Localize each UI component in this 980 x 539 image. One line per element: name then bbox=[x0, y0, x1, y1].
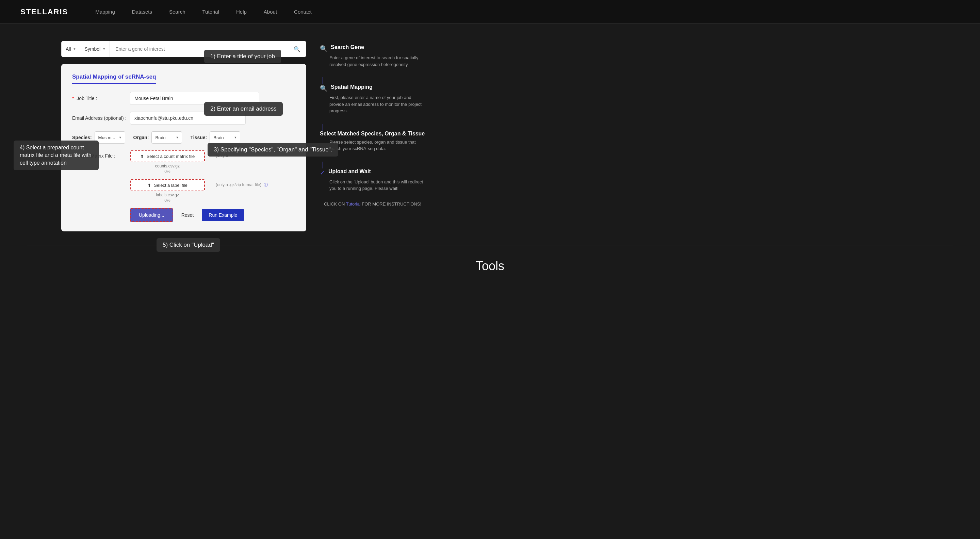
count-matrix-progress: 0% bbox=[130, 169, 205, 174]
sidebar-upload-wait-header: ✓ Upload and Wait bbox=[320, 169, 425, 176]
label-file-content: ⬆ Select a label file labels.csv.gz 0% (… bbox=[130, 179, 295, 203]
select-matched-title: Select Matched Species, Organ & Tissue bbox=[320, 131, 425, 137]
sidebar-item-spatial-mapping: 🔍 Spatial Mapping First, please enter a … bbox=[320, 84, 425, 114]
tutorial-cta: CLICK ON Tutorial FOR MORE INSTRUCTIONS! bbox=[320, 202, 425, 207]
symbol-dropdown-chevron: ▼ bbox=[102, 47, 105, 51]
organ-select-wrapper: Brain bbox=[151, 131, 182, 144]
spatial-mapping-icon: 🔍 bbox=[320, 85, 327, 92]
tutorial-link[interactable]: Tutorial bbox=[346, 202, 361, 207]
email-label: Email Address (optional) : bbox=[72, 115, 130, 121]
upload-icon: ⬆ bbox=[140, 154, 144, 159]
organ-label: Organ: bbox=[134, 135, 149, 140]
nav-contact[interactable]: Contact bbox=[294, 9, 312, 14]
sidebar-select-matched-header: Select Matched Species, Organ & Tissue bbox=[320, 131, 425, 137]
header: STELLARIS Mapping Datasets Search Tutori… bbox=[0, 0, 980, 24]
main-content: All ▼ Symbol ▼ 🔍 1) Enter a title of you… bbox=[0, 24, 980, 245]
sidebar-spatial-mapping-header: 🔍 Spatial Mapping bbox=[320, 84, 425, 92]
nav-datasets[interactable]: Datasets bbox=[132, 9, 152, 14]
species-select[interactable]: Mus m... bbox=[95, 131, 125, 144]
species-group: Species: Mus m... bbox=[72, 131, 125, 144]
label-file-upload-btn[interactable]: ⬆ Select a label file bbox=[130, 179, 205, 191]
count-matrix-upload-btn[interactable]: ⬆ Select a count matrix file bbox=[130, 150, 205, 162]
symbol-dropdown[interactable]: Symbol ▼ bbox=[80, 41, 110, 57]
job-title-row: * Job Title : bbox=[72, 92, 295, 105]
upload-wait-desc: Click on the 'Upload' button and this wi… bbox=[320, 179, 425, 192]
sidebar-item-search-gene: 🔍 Search Gene Enter a gene of interest t… bbox=[320, 44, 425, 68]
spatial-mapping-desc: First, please enter a name of your job a… bbox=[320, 94, 425, 114]
label-file-label bbox=[72, 179, 130, 182]
left-panel: All ▼ Symbol ▼ 🔍 1) Enter a title of you… bbox=[61, 41, 306, 231]
nav: Mapping Datasets Search Tutorial Help Ab… bbox=[95, 9, 312, 14]
form-card: 1) Enter a title of your job Spatial Map… bbox=[61, 64, 306, 231]
search-gene-desc: Enter a gene of interest to search for s… bbox=[320, 54, 425, 68]
search-gene-title: Search Gene bbox=[331, 44, 364, 50]
tools-title: Tools bbox=[27, 259, 953, 273]
upload-icon-2: ⬆ bbox=[147, 183, 151, 188]
nav-about[interactable]: About bbox=[264, 9, 277, 14]
select-matched-desc: Please select species, organ and tissue … bbox=[320, 139, 425, 152]
count-matrix-note: (only a bbox=[210, 150, 228, 158]
sidebar-item-upload-wait: ✓ Upload and Wait Click on the 'Upload' … bbox=[320, 169, 425, 192]
species-row: Species: Mus m... Organ: Brain bbox=[72, 131, 295, 144]
count-matrix-label: * Count Matrix File : bbox=[72, 150, 130, 159]
email-row: Email Address (optional) : bbox=[72, 111, 295, 124]
all-dropdown-chevron: ▼ bbox=[73, 47, 76, 51]
search-button[interactable]: 🔍 bbox=[288, 41, 306, 57]
search-icon: 🔍 bbox=[294, 46, 301, 52]
run-example-button[interactable]: Run Example bbox=[202, 209, 244, 221]
tissue-select-wrapper: Brain bbox=[210, 131, 240, 144]
label-filename: labels.csv.gz bbox=[130, 192, 205, 197]
count-matrix-row: * Count Matrix File : ⬆ Select a count m… bbox=[72, 150, 295, 174]
search-bar: All ▼ Symbol ▼ 🔍 bbox=[61, 41, 306, 57]
right-panel: 🔍 Search Gene Enter a gene of interest t… bbox=[320, 41, 425, 231]
logo: STELLARIS bbox=[21, 8, 68, 16]
species-select-wrapper: Mus m... bbox=[95, 131, 125, 144]
nav-help[interactable]: Help bbox=[236, 9, 247, 14]
nav-search[interactable]: Search bbox=[169, 9, 185, 14]
tissue-select[interactable]: Brain bbox=[210, 131, 240, 144]
required-star: * bbox=[72, 95, 74, 101]
tissue-group: Tissue: Brain bbox=[190, 131, 240, 144]
count-matrix-content: ⬆ Select a count matrix file counts.csv.… bbox=[130, 150, 295, 174]
sidebar-search-gene-header: 🔍 Search Gene bbox=[320, 44, 425, 52]
nav-tutorial[interactable]: Tutorial bbox=[202, 9, 219, 14]
count-matrix-filename: counts.csv.gz bbox=[130, 164, 205, 169]
tools-section: Tools bbox=[27, 245, 953, 280]
job-title-input[interactable] bbox=[130, 92, 259, 105]
nav-mapping[interactable]: Mapping bbox=[95, 9, 115, 14]
all-dropdown[interactable]: All ▼ bbox=[62, 41, 80, 57]
action-row: Uploading... Reset Run Example bbox=[72, 208, 295, 222]
organ-select[interactable]: Brain bbox=[151, 131, 182, 144]
upload-wait-title: Upload and Wait bbox=[328, 169, 371, 175]
form-title: Spatial Mapping of scRNA-seq bbox=[72, 73, 156, 84]
email-input[interactable] bbox=[130, 111, 246, 124]
sidebar-item-select-matched: Select Matched Species, Organ & Tissue P… bbox=[320, 131, 425, 152]
check-icon: ✓ bbox=[320, 169, 325, 176]
job-title-label: * Job Title : bbox=[72, 95, 130, 101]
spatial-mapping-title: Spatial Mapping bbox=[331, 84, 372, 90]
label-file-note: (only a .gz/zip format file) ⓘ bbox=[210, 179, 268, 188]
reset-button[interactable]: Reset bbox=[179, 210, 197, 221]
organ-group: Organ: Brain bbox=[134, 131, 182, 144]
tissue-label: Tissue: bbox=[190, 135, 207, 140]
help-icon[interactable]: ⓘ bbox=[264, 182, 268, 187]
search-gene-icon: 🔍 bbox=[320, 45, 327, 52]
gene-search-input[interactable] bbox=[110, 46, 288, 52]
count-required-star: * bbox=[72, 153, 74, 159]
label-progress: 0% bbox=[130, 198, 205, 203]
label-file-row: ⬆ Select a label file labels.csv.gz 0% (… bbox=[72, 179, 295, 203]
species-label: Species: bbox=[72, 135, 92, 140]
upload-button[interactable]: Uploading... bbox=[130, 208, 173, 222]
